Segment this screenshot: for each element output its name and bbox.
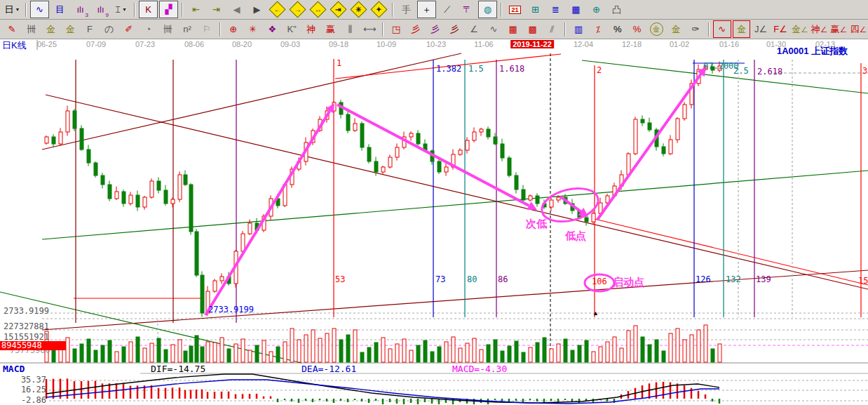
toolbar-separator (25, 3, 27, 17)
color-histogram-icon[interactable]: ▞ (159, 1, 178, 18)
circle-cross-icon[interactable]: ⊕ (224, 20, 243, 38)
box-tool-icon[interactable]: ◳ (387, 20, 405, 38)
fan-lines-icon[interactable]: 彡 (407, 20, 425, 38)
toolbar-separator (564, 22, 566, 36)
toolbar-separator (219, 22, 221, 36)
toolbar-separator (708, 22, 710, 36)
diamond-compress-icon[interactable]: ⇥ (329, 1, 348, 18)
percent-icon[interactable]: % (609, 20, 627, 38)
ying-tool-icon[interactable]: 赢 (322, 20, 340, 38)
diamond-restore-icon[interactable]: ✦ (369, 1, 388, 18)
calendar-icon[interactable]: 21 (506, 1, 524, 18)
gold-circle-icon[interactable]: 金 (647, 20, 665, 38)
k-quote-icon[interactable]: K” (283, 20, 301, 38)
fan-box-red-icon[interactable]: 彡 (445, 20, 463, 38)
flag-tool-icon[interactable]: ⚐ (198, 20, 216, 38)
angle-lines-icon[interactable]: ∠ (465, 20, 483, 38)
notepad-icon[interactable]: ≣ (546, 1, 565, 18)
star-burst-icon[interactable]: ✳ (244, 20, 262, 38)
n2-ruler-icon[interactable]: n² (178, 20, 196, 38)
analysis-brain-icon[interactable]: ◍ (478, 1, 497, 18)
j-angle-icon[interactable]: J∠ (752, 20, 770, 38)
marker-tool-icon[interactable]: 〒 (458, 1, 477, 18)
gold-line-icon[interactable]: 金 (667, 20, 685, 38)
period-selector[interactable]: 日▼ (3, 1, 22, 18)
gold-gate2-icon[interactable]: 金 (61, 20, 79, 38)
minute9-bars-icon[interactable]: ılı9 (91, 1, 110, 18)
candle-style-selector[interactable]: ⌶▼ (111, 1, 130, 18)
brush-ruler-icon[interactable]: ✐ (120, 20, 138, 38)
plain-ruler-icon[interactable]: 卌 (158, 20, 177, 38)
toolbar-separator (382, 22, 384, 36)
k-pattern-icon[interactable]: K (139, 1, 158, 18)
gold-angle-icon[interactable]: 金∠ (791, 20, 809, 38)
toolbar-separator (501, 3, 502, 17)
ruler-icon[interactable]: 卌 (22, 20, 41, 38)
wave-select-icon[interactable]: ∿ (713, 20, 731, 38)
grid-arrow-icon[interactable]: ▩ (524, 20, 542, 38)
diamond-expand-icon[interactable]: ↔ (308, 1, 327, 18)
print-icon[interactable]: 凸 (607, 1, 626, 18)
crosshair-tool-icon[interactable]: ＋ (417, 1, 436, 18)
percent-line-icon[interactable]: % (628, 20, 646, 38)
wave-lines-icon[interactable]: ∿ (484, 20, 503, 38)
save-icon[interactable]: ▦ (567, 1, 585, 18)
stats-panel-icon[interactable]: ▥ (569, 20, 588, 38)
grid-tool-icon[interactable]: ▦ (504, 20, 522, 38)
span-arrow-icon[interactable]: ⟷ (360, 20, 379, 38)
circle-ruler-icon[interactable]: ◔ (140, 20, 158, 38)
info-board-icon[interactable]: 目 (50, 1, 69, 18)
diamond-zoom-out-icon[interactable]: ← (268, 1, 287, 18)
brush-icon[interactable]: ✎ (3, 20, 21, 38)
toolbar-separator (392, 3, 393, 17)
chart-background[interactable] (0, 39, 868, 405)
gold-select-icon[interactable]: 金 (733, 20, 751, 38)
toolbar-drawing: ✎卌金金Fの✐◔卌n²⚐⊕✳❖K”神赢⫼⟷◳彡彡彡∠∿▦▩⫽▥⁒%%金金✑∿金J… (0, 20, 868, 39)
ruler125-icon[interactable]: ⫼ (341, 20, 360, 38)
last-page-icon[interactable]: ⇥ (207, 1, 226, 18)
hand-tool-icon[interactable]: 手 (397, 1, 416, 18)
ying-angle-icon[interactable]: 赢∠ (830, 20, 848, 38)
percent-slash-icon[interactable]: ⁒ (589, 20, 607, 38)
f-angle-icon[interactable]: F∠ (771, 20, 789, 38)
segment-tool-icon[interactable]: ⟋ (438, 1, 456, 18)
minute3-bars-icon[interactable]: ılı3 (71, 1, 90, 18)
black-brush-icon[interactable]: ✑ (686, 20, 705, 38)
export-web-icon[interactable]: ⊕ (587, 1, 606, 18)
calculator-icon[interactable]: ⊞ (526, 1, 545, 18)
f-gate-icon[interactable]: F (81, 20, 99, 38)
trendline-mode-icon[interactable]: ∿ (30, 1, 49, 18)
gold-gate1-icon[interactable]: 金 (42, 20, 60, 38)
spiral-gate-icon[interactable]: の (100, 20, 118, 38)
shen-angle-icon[interactable]: 神∠ (811, 20, 829, 38)
prev-bar-icon[interactable]: ◀ (227, 1, 246, 18)
toolbar-main: 日▼∿目ılı3ılı9⌶▼K▞⇤⇥◀▶←→↔⇥✳✦手＋⟋〒◍21⊞≣▦⊕凸 (0, 0, 868, 20)
boxed-star-icon[interactable]: ❖ (263, 20, 281, 38)
diamond-zoom-in-icon[interactable]: → (288, 1, 307, 18)
si-angle-icon[interactable]: 四∠ (849, 20, 867, 38)
toolbar-separator (134, 3, 135, 17)
parallel-lines-icon[interactable]: ⫽ (543, 20, 561, 38)
toolbar-separator (182, 3, 183, 17)
first-page-icon[interactable]: ⇤ (187, 1, 205, 18)
diamond-burst-icon[interactable]: ✳ (349, 1, 368, 18)
next-bar-icon[interactable]: ▶ (247, 1, 266, 18)
fan-box-purple-icon[interactable]: 彡 (426, 20, 445, 38)
shen-tool-icon[interactable]: 神 (302, 20, 320, 38)
